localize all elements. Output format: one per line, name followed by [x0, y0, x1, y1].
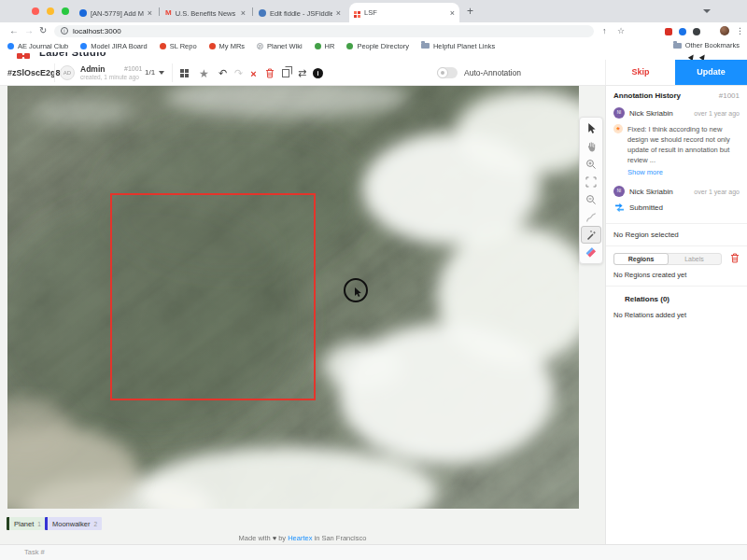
url-field[interactable]: i localhost:3000 [54, 25, 594, 37]
other-bookmarks-button[interactable]: Other Bookmarks [673, 41, 740, 49]
delete-regions-icon[interactable] [730, 253, 740, 265]
browser-tab-jsfiddle[interactable]: Edit fiddle - JSFiddle - Code P × [254, 4, 345, 22]
browser-tab-jira[interactable]: [AN-5779] Add Magic Wand fu × [75, 4, 157, 22]
divider [606, 286, 747, 287]
entry-time: over 1 year ago [694, 110, 740, 117]
divider [172, 63, 173, 82]
update-button[interactable]: Update [675, 60, 747, 85]
tab-title: [AN-5779] Add Magic Wand fu [91, 9, 144, 18]
zoom-in-tool[interactable] [581, 155, 601, 173]
tool-palette [579, 117, 603, 264]
bookmark-label: Planet Wiki [267, 42, 303, 50]
bookmark-model-jira-board[interactable]: Model JIRA Board [80, 42, 147, 50]
extension-dark-icon[interactable] [693, 28, 700, 35]
fit-screen-tool[interactable] [581, 173, 601, 190]
no-regions-text: No Regions created yet [613, 271, 740, 279]
annotator-avatar[interactable]: AD [60, 65, 75, 80]
browser-menu-icon[interactable]: ⋮ [736, 26, 744, 35]
label-name: Moonwalker [52, 520, 90, 528]
bookmark-label: My MRs [219, 42, 246, 50]
bookmark-helpful-planet-links[interactable]: Helpful Planet Links [421, 42, 495, 50]
tab-close-icon[interactable]: × [148, 8, 152, 18]
bookmark-icon [80, 43, 87, 49]
bookmark-sl-repo[interactable]: SL Repo [160, 42, 197, 50]
site-info-icon[interactable]: i [61, 27, 68, 35]
gitlab-icon [160, 43, 166, 49]
tab-close-icon[interactable]: × [450, 8, 455, 18]
heart-icon: ♥ [273, 535, 276, 541]
browser-profile-avatar[interactable] [720, 26, 729, 35]
annotation-id: #1001 [124, 65, 142, 72]
redo-button[interactable]: ↷ [232, 66, 246, 80]
relations-title: Relations (0) [625, 295, 740, 303]
extension-red-icon[interactable] [665, 28, 672, 35]
tab-regions[interactable]: Regions [613, 253, 669, 265]
magic-wand-cursor [344, 278, 368, 302]
back-icon[interactable]: ← [9, 25, 19, 35]
mac-close-button[interactable] [32, 7, 39, 15]
wiki-icon: p [257, 43, 263, 49]
tab-search-chevron-icon[interactable] [703, 9, 711, 13]
browser-tab-lsf[interactable]: LSF × [349, 3, 459, 22]
bookmark-planet-wiki[interactable]: p Planet Wiki [257, 42, 303, 50]
jsfiddle-favicon [259, 9, 266, 17]
magic-wand-tool[interactable] [581, 226, 601, 244]
auto-annotation-toggle[interactable] [437, 67, 458, 78]
zoom-out-tool[interactable] [581, 190, 601, 208]
divider [606, 245, 747, 246]
pan-hand-tool[interactable] [581, 137, 601, 155]
status-text: Submitted [629, 203, 663, 212]
gitlab-icon [209, 43, 216, 49]
bookmark-hr[interactable]: HR [315, 42, 335, 50]
jira-favicon [79, 9, 87, 17]
annotation-created: created, 1 minute ago [80, 74, 139, 80]
mac-zoom-button[interactable] [62, 7, 69, 15]
settings-button[interactable]: ⇄ [295, 66, 309, 80]
bookmark-my-mrs[interactable]: My MRs [209, 42, 246, 50]
divider [54, 63, 55, 82]
reset-button[interactable]: × [247, 66, 261, 80]
info-button[interactable]: i [311, 66, 325, 80]
region-rectangle[interactable] [110, 193, 316, 400]
task-code: #zSlOscE2g8 [7, 68, 61, 77]
undo-button[interactable]: ↶ [216, 66, 230, 80]
new-tab-button[interactable]: + [467, 4, 473, 19]
gmail-favicon: M [165, 9, 172, 17]
history-entry[interactable]: NI Nick Skriabin over 1 year ago [613, 186, 740, 197]
browser-tab-gmail[interactable]: M U.S. Benefits News - Open Enr × [161, 4, 250, 22]
user-name: Nick Skriabin [629, 188, 689, 196]
browser-tab-strip: [AN-5779] Add Magic Wand fu × M U.S. Ben… [0, 0, 747, 22]
share-icon[interactable]: ↑ [602, 26, 607, 35]
tab-title: Edit fiddle - JSFiddle - Code P [270, 9, 332, 18]
show-more-link[interactable]: Show more [627, 168, 740, 176]
star-button[interactable]: ★ [197, 66, 211, 80]
task-bar: Task # [0, 544, 747, 560]
heartex-link[interactable]: Heartex [288, 534, 312, 542]
bookmark-ae-journal-club[interactable]: AE Journal Club [7, 42, 68, 50]
bookmark-people-directory[interactable]: People Directory [346, 42, 408, 50]
bookmark-label: Model JIRA Board [91, 42, 147, 50]
label-chip-moonwalker[interactable]: Moonwalker 2 [45, 517, 102, 530]
brush-tool[interactable] [581, 208, 601, 226]
tab-close-icon[interactable]: × [336, 8, 341, 18]
user-name: Nick Skriabin [629, 109, 689, 118]
delete-button[interactable] [262, 66, 276, 80]
grid-view-button[interactable] [177, 66, 191, 80]
tab-close-icon[interactable]: × [241, 8, 246, 18]
extension-blue-icon[interactable] [679, 28, 686, 35]
screen: [AN-5779] Add Magic Wand fu × M U.S. Ben… [0, 0, 747, 560]
label-chip-planet[interactable]: Planet 1 [7, 517, 46, 530]
bookmark-star-icon[interactable]: ☆ [617, 26, 625, 35]
skip-button[interactable]: Skip [607, 60, 674, 85]
footer-text: by [278, 534, 286, 542]
reload-icon[interactable]: ↻ [39, 25, 47, 35]
duplicate-button[interactable] [278, 66, 292, 80]
url-text: localhost:3000 [73, 27, 121, 35]
history-entry[interactable]: NI Nick Skriabin over 1 year ago [613, 107, 740, 119]
tab-labels[interactable]: Labels [668, 254, 721, 264]
bookmark-label: Helpful Planet Links [433, 42, 495, 50]
eraser-tool[interactable] [581, 244, 601, 261]
mac-minimize-button[interactable] [47, 7, 54, 15]
move-tool[interactable] [581, 119, 601, 137]
chevron-down-icon[interactable] [159, 71, 164, 75]
